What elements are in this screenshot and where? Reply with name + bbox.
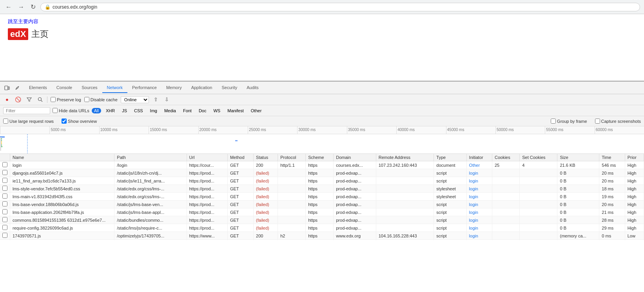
table-row[interactable]: ie11_find_array.bd1c6dc7a133.js /static/… — [0, 177, 644, 185]
search-button[interactable] — [36, 96, 44, 104]
table-row[interactable]: lms-main-v1.831942d943f5.css /static/edx… — [0, 193, 644, 201]
initiator-link[interactable]: login — [469, 218, 478, 223]
row-checkbox[interactable] — [2, 233, 7, 238]
export-button[interactable]: ⇩ — [163, 96, 171, 104]
table-wrapper[interactable]: Name Path Url Method Status Protocol Sch… — [0, 154, 644, 240]
filter-js-btn[interactable]: JS — [120, 108, 129, 113]
table-row[interactable]: commons.80158941551385 6312d1.e975e6e7..… — [0, 216, 644, 224]
row-checkbox[interactable] — [2, 162, 7, 167]
header-remote-address[interactable]: Remote Address — [376, 154, 434, 161]
show-overview-checkbox[interactable] — [62, 119, 67, 124]
preserve-log-label[interactable]: Preserve log — [51, 97, 81, 102]
table-row[interactable]: 1743970571.js /optimizelyjs/17439705... … — [0, 232, 644, 240]
preserve-log-checkbox[interactable] — [51, 97, 56, 102]
forward-button[interactable]: → — [16, 3, 26, 11]
group-by-frame-checkbox[interactable] — [551, 119, 556, 124]
throttle-select[interactable]: Online Fast 3G Slow 3G Offline — [121, 96, 149, 103]
header-path[interactable]: Path — [114, 154, 187, 161]
tab-sources[interactable]: Sources — [77, 83, 102, 93]
header-domain[interactable]: Domain — [334, 154, 376, 161]
disable-cache-label[interactable]: Disable cache — [84, 97, 118, 102]
row-checkbox[interactable] — [2, 209, 7, 214]
filter-button[interactable] — [25, 96, 33, 104]
initiator-link[interactable]: Other — [469, 163, 480, 168]
initiator-link[interactable]: login — [469, 202, 478, 207]
tab-performance[interactable]: Performance — [127, 83, 161, 93]
skip-link[interactable]: 跳至主要内容 — [8, 18, 636, 25]
initiator-link[interactable]: login — [469, 186, 478, 191]
table-row[interactable]: lms-base-vendor.188b06b0a06d.js /static/… — [0, 201, 644, 208]
hide-data-urls-label[interactable]: Hide data URLs — [53, 108, 89, 113]
header-protocol[interactable]: Protocol — [278, 154, 306, 161]
filter-doc-btn[interactable]: Doc — [196, 108, 209, 113]
table-row[interactable]: djangojs.ea55601e04c7.js /static/js/i18n… — [0, 169, 644, 177]
filter-manifest-btn[interactable]: Manifest — [225, 108, 246, 113]
header-cookies[interactable]: Cookies — [492, 154, 519, 161]
tab-audits[interactable]: Audits — [242, 83, 263, 93]
header-type[interactable]: Type — [434, 154, 466, 161]
row-checkbox[interactable] — [2, 217, 7, 222]
table-row[interactable]: lms-style-vendor.7efc5b554ed0.css /stati… — [0, 185, 644, 193]
capture-screenshots-label[interactable]: Capture screenshots — [595, 119, 641, 124]
header-status[interactable]: Status — [254, 154, 278, 161]
filter-xhr-btn[interactable]: XHR — [103, 108, 117, 113]
filter-all-btn[interactable]: All — [92, 108, 101, 113]
filter-other-btn[interactable]: Other — [249, 108, 264, 113]
header-method[interactable]: Method — [227, 154, 253, 161]
header-scheme[interactable]: Scheme — [306, 154, 334, 161]
back-button[interactable]: ← — [4, 3, 13, 11]
inspect-icon[interactable] — [13, 84, 21, 92]
table-row[interactable]: require-config.38226099c6ad.js /static/l… — [0, 224, 644, 232]
header-time[interactable]: Time — [599, 154, 625, 161]
tab-elements[interactable]: Elements — [24, 83, 52, 93]
initiator-link[interactable]: login — [469, 234, 478, 238]
device-toolbar-icon[interactable] — [3, 84, 11, 92]
hide-data-urls-checkbox[interactable] — [53, 108, 58, 113]
row-checkbox[interactable] — [2, 178, 7, 183]
large-rows-label[interactable]: Use large request rows — [3, 119, 54, 124]
cell-type: script — [434, 216, 466, 224]
row-checkbox[interactable] — [2, 225, 7, 230]
filter-css-btn[interactable]: CSS — [132, 108, 145, 113]
address-bar[interactable]: 🔒 courses.edx.org/login — [40, 3, 640, 11]
large-rows-checkbox[interactable] — [3, 119, 8, 124]
header-url[interactable]: Url — [187, 154, 227, 161]
initiator-link[interactable]: login — [469, 194, 478, 199]
import-button[interactable]: ⇧ — [152, 96, 160, 104]
cell-status: (failed) — [254, 240, 278, 241]
initiator-link[interactable]: login — [469, 226, 478, 230]
tab-console[interactable]: Console — [52, 83, 77, 93]
record-button[interactable]: ● — [3, 96, 11, 104]
tab-memory[interactable]: Memory — [161, 83, 187, 93]
header-name[interactable]: Name — [10, 154, 114, 161]
disable-cache-checkbox[interactable] — [84, 97, 89, 102]
row-checkbox[interactable] — [2, 193, 7, 199]
header-priority[interactable]: Prior — [625, 154, 644, 161]
show-overview-label[interactable]: Show overview — [62, 119, 97, 124]
filter-input[interactable] — [3, 107, 50, 114]
table-row[interactable]: CookiePolicyBanner.ddb8785476c52c5eabc8.… — [0, 240, 644, 241]
cell-priority: High — [625, 193, 644, 201]
initiator-link[interactable]: login — [469, 171, 478, 175]
refresh-button[interactable]: ↻ — [29, 2, 37, 11]
table-row[interactable]: lms-base-application.2062f84b79fa.js /st… — [0, 208, 644, 216]
capture-screenshots-checkbox[interactable] — [595, 119, 600, 124]
initiator-link[interactable]: login — [469, 179, 478, 183]
tab-application[interactable]: Application — [187, 83, 217, 93]
tab-network[interactable]: Network — [102, 83, 127, 93]
clear-button[interactable]: 🚫 — [14, 96, 22, 104]
row-checkbox[interactable] — [2, 170, 7, 175]
header-initiator[interactable]: Initiator — [466, 154, 492, 161]
initiator-link[interactable]: login — [469, 210, 478, 215]
row-checkbox[interactable] — [2, 186, 7, 191]
header-size[interactable]: Size — [557, 154, 599, 161]
header-set-cookies[interactable]: Set Cookies — [520, 154, 557, 161]
table-row[interactable]: login /login https://cour... GET 200 htt… — [0, 161, 644, 169]
tab-security[interactable]: Security — [217, 83, 242, 93]
row-checkbox[interactable] — [2, 201, 7, 206]
group-by-frame-label[interactable]: Group by frame — [551, 119, 587, 124]
filter-img-btn[interactable]: Img — [148, 108, 160, 113]
filter-ws-btn[interactable]: WS — [211, 108, 223, 113]
filter-font-btn[interactable]: Font — [181, 108, 194, 113]
filter-media-btn[interactable]: Media — [162, 108, 178, 113]
